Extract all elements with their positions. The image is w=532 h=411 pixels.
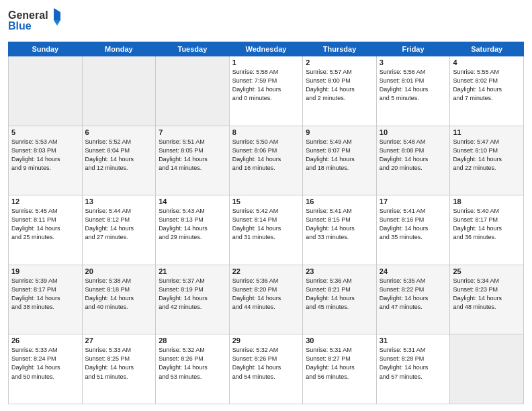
calendar-cell: 26Sunrise: 5:33 AM Sunset: 8:24 PM Dayli… bbox=[9, 334, 83, 404]
calendar-cell: 13Sunrise: 5:44 AM Sunset: 8:12 PM Dayli… bbox=[82, 195, 156, 265]
calendar-week-row: 26Sunrise: 5:33 AM Sunset: 8:24 PM Dayli… bbox=[9, 334, 524, 404]
calendar-cell: 9Sunrise: 5:49 AM Sunset: 8:07 PM Daylig… bbox=[303, 126, 377, 195]
header: General Blue bbox=[8, 7, 524, 38]
calendar-cell: 6Sunrise: 5:52 AM Sunset: 8:04 PM Daylig… bbox=[82, 126, 156, 195]
calendar-cell: 21Sunrise: 5:37 AM Sunset: 8:19 PM Dayli… bbox=[156, 265, 230, 334]
day-info: Sunrise: 5:39 AM Sunset: 8:17 PM Dayligh… bbox=[11, 277, 79, 312]
day-number: 14 bbox=[159, 197, 226, 205]
day-number: 20 bbox=[85, 267, 153, 275]
calendar-cell: 16Sunrise: 5:41 AM Sunset: 8:15 PM Dayli… bbox=[303, 195, 377, 265]
calendar-cell bbox=[450, 334, 524, 404]
day-number: 2 bbox=[306, 58, 373, 66]
calendar-cell: 31Sunrise: 5:31 AM Sunset: 8:28 PM Dayli… bbox=[376, 334, 450, 404]
day-info: Sunrise: 5:53 AM Sunset: 8:03 PM Dayligh… bbox=[11, 138, 79, 173]
calendar-table: SundayMondayTuesdayWednesdayThursdayFrid… bbox=[8, 42, 524, 404]
day-info: Sunrise: 5:37 AM Sunset: 8:19 PM Dayligh… bbox=[159, 277, 226, 312]
day-number: 9 bbox=[306, 128, 373, 136]
day-info: Sunrise: 5:34 AM Sunset: 8:23 PM Dayligh… bbox=[453, 277, 521, 312]
day-number: 31 bbox=[380, 336, 447, 345]
day-info: Sunrise: 5:33 AM Sunset: 8:25 PM Dayligh… bbox=[85, 346, 153, 381]
calendar-week-row: 12Sunrise: 5:45 AM Sunset: 8:11 PM Dayli… bbox=[9, 195, 524, 265]
calendar-header-sunday: Sunday bbox=[9, 42, 83, 56]
day-number: 15 bbox=[232, 197, 300, 205]
day-number: 27 bbox=[85, 336, 153, 345]
day-info: Sunrise: 5:31 AM Sunset: 8:27 PM Dayligh… bbox=[306, 346, 373, 381]
day-number: 19 bbox=[11, 267, 79, 275]
day-info: Sunrise: 5:52 AM Sunset: 8:04 PM Dayligh… bbox=[85, 138, 153, 173]
calendar-header-tuesday: Tuesday bbox=[156, 42, 230, 56]
day-info: Sunrise: 5:32 AM Sunset: 8:26 PM Dayligh… bbox=[159, 346, 226, 381]
logo-text: General Blue bbox=[8, 7, 69, 38]
calendar-cell: 1Sunrise: 5:58 AM Sunset: 7:59 PM Daylig… bbox=[229, 56, 303, 126]
calendar-week-row: 5Sunrise: 5:53 AM Sunset: 8:03 PM Daylig… bbox=[9, 126, 524, 195]
calendar-week-row: 1Sunrise: 5:58 AM Sunset: 7:59 PM Daylig… bbox=[9, 56, 524, 126]
day-info: Sunrise: 5:55 AM Sunset: 8:02 PM Dayligh… bbox=[453, 68, 521, 103]
calendar-cell: 5Sunrise: 5:53 AM Sunset: 8:03 PM Daylig… bbox=[9, 126, 83, 195]
day-number: 18 bbox=[453, 197, 521, 205]
day-number: 22 bbox=[232, 267, 300, 275]
day-number: 23 bbox=[306, 267, 373, 275]
calendar-header-monday: Monday bbox=[82, 42, 156, 56]
day-number: 7 bbox=[159, 128, 226, 136]
calendar-header-friday: Friday bbox=[376, 42, 450, 56]
day-number: 11 bbox=[453, 128, 521, 136]
calendar-cell: 27Sunrise: 5:33 AM Sunset: 8:25 PM Dayli… bbox=[82, 334, 156, 404]
calendar-week-row: 19Sunrise: 5:39 AM Sunset: 8:17 PM Dayli… bbox=[9, 265, 524, 334]
day-info: Sunrise: 5:44 AM Sunset: 8:12 PM Dayligh… bbox=[85, 207, 153, 242]
calendar-cell: 24Sunrise: 5:35 AM Sunset: 8:22 PM Dayli… bbox=[376, 265, 450, 334]
day-number: 5 bbox=[11, 128, 79, 136]
calendar-cell: 20Sunrise: 5:38 AM Sunset: 8:18 PM Dayli… bbox=[82, 265, 156, 334]
day-info: Sunrise: 5:47 AM Sunset: 8:10 PM Dayligh… bbox=[453, 138, 521, 173]
day-number: 13 bbox=[85, 197, 153, 205]
svg-text:General: General bbox=[8, 9, 48, 21]
day-info: Sunrise: 5:38 AM Sunset: 8:18 PM Dayligh… bbox=[85, 277, 153, 312]
logo: General Blue bbox=[8, 7, 69, 38]
calendar-cell: 29Sunrise: 5:32 AM Sunset: 8:26 PM Dayli… bbox=[229, 334, 303, 404]
calendar-cell: 2Sunrise: 5:57 AM Sunset: 8:00 PM Daylig… bbox=[303, 56, 377, 126]
calendar-cell: 7Sunrise: 5:51 AM Sunset: 8:05 PM Daylig… bbox=[156, 126, 230, 195]
calendar-cell bbox=[9, 56, 83, 126]
day-info: Sunrise: 5:45 AM Sunset: 8:11 PM Dayligh… bbox=[11, 207, 79, 242]
day-number: 26 bbox=[11, 336, 79, 345]
day-number: 29 bbox=[232, 336, 300, 345]
calendar-cell: 28Sunrise: 5:32 AM Sunset: 8:26 PM Dayli… bbox=[156, 334, 230, 404]
day-number: 16 bbox=[306, 197, 373, 205]
day-number: 30 bbox=[306, 336, 373, 345]
calendar-cell bbox=[156, 56, 230, 126]
calendar-cell: 3Sunrise: 5:56 AM Sunset: 8:01 PM Daylig… bbox=[376, 56, 450, 126]
day-info: Sunrise: 5:41 AM Sunset: 8:15 PM Dayligh… bbox=[306, 207, 373, 242]
day-info: Sunrise: 5:43 AM Sunset: 8:13 PM Dayligh… bbox=[159, 207, 226, 242]
day-info: Sunrise: 5:42 AM Sunset: 8:14 PM Dayligh… bbox=[232, 207, 300, 242]
day-info: Sunrise: 5:58 AM Sunset: 7:59 PM Dayligh… bbox=[232, 68, 300, 103]
calendar-cell: 15Sunrise: 5:42 AM Sunset: 8:14 PM Dayli… bbox=[229, 195, 303, 265]
calendar-header-wednesday: Wednesday bbox=[229, 42, 303, 56]
day-info: Sunrise: 5:51 AM Sunset: 8:05 PM Dayligh… bbox=[159, 138, 226, 173]
calendar-cell: 23Sunrise: 5:36 AM Sunset: 8:21 PM Dayli… bbox=[303, 265, 377, 334]
day-info: Sunrise: 5:40 AM Sunset: 8:17 PM Dayligh… bbox=[453, 207, 521, 242]
page: General Blue SundayMondayTuesdayWednesda… bbox=[0, 0, 532, 411]
calendar-cell: 22Sunrise: 5:36 AM Sunset: 8:20 PM Dayli… bbox=[229, 265, 303, 334]
calendar-cell: 18Sunrise: 5:40 AM Sunset: 8:17 PM Dayli… bbox=[450, 195, 524, 265]
day-number: 25 bbox=[453, 267, 521, 275]
day-info: Sunrise: 5:49 AM Sunset: 8:07 PM Dayligh… bbox=[306, 138, 373, 173]
day-info: Sunrise: 5:33 AM Sunset: 8:24 PM Dayligh… bbox=[11, 346, 79, 381]
calendar-cell: 25Sunrise: 5:34 AM Sunset: 8:23 PM Dayli… bbox=[450, 265, 524, 334]
svg-text:Blue: Blue bbox=[8, 20, 32, 32]
day-number: 24 bbox=[380, 267, 447, 275]
calendar-header-thursday: Thursday bbox=[303, 42, 377, 56]
calendar-cell: 8Sunrise: 5:50 AM Sunset: 8:06 PM Daylig… bbox=[229, 126, 303, 195]
day-info: Sunrise: 5:48 AM Sunset: 8:08 PM Dayligh… bbox=[380, 138, 447, 173]
calendar-cell: 4Sunrise: 5:55 AM Sunset: 8:02 PM Daylig… bbox=[450, 56, 524, 126]
day-number: 10 bbox=[380, 128, 447, 136]
calendar-cell: 10Sunrise: 5:48 AM Sunset: 8:08 PM Dayli… bbox=[376, 126, 450, 195]
day-info: Sunrise: 5:56 AM Sunset: 8:01 PM Dayligh… bbox=[380, 68, 447, 103]
day-number: 6 bbox=[85, 128, 153, 136]
day-info: Sunrise: 5:41 AM Sunset: 8:16 PM Dayligh… bbox=[380, 207, 447, 242]
calendar-cell: 17Sunrise: 5:41 AM Sunset: 8:16 PM Dayli… bbox=[376, 195, 450, 265]
day-number: 3 bbox=[380, 58, 447, 66]
day-number: 12 bbox=[11, 197, 79, 205]
day-number: 4 bbox=[453, 58, 521, 66]
day-info: Sunrise: 5:50 AM Sunset: 8:06 PM Dayligh… bbox=[232, 138, 300, 173]
calendar-cell: 12Sunrise: 5:45 AM Sunset: 8:11 PM Dayli… bbox=[9, 195, 83, 265]
day-number: 17 bbox=[380, 197, 447, 205]
